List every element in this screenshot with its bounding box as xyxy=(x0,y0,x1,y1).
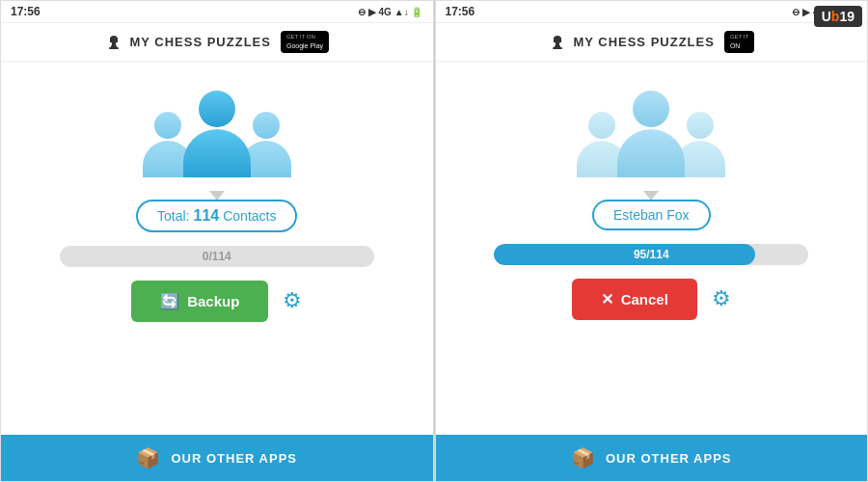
other-apps-bar-right[interactable]: 📦 OUR OTHER APPS xyxy=(436,435,868,481)
screen-content-right: Esteban Fox 95/114 ✕ Cancel ⚙ xyxy=(436,62,868,435)
status-bar-left: 17:56 ⊖ ▶ 4G ▲↓ 🔋 xyxy=(1,1,433,23)
app-header-left: MY CHESS PUZZLES GET IT ON Google Play xyxy=(1,23,433,62)
watermark-19: 19 xyxy=(839,9,854,24)
svg-rect-1 xyxy=(109,47,119,49)
status-bar-right: 17:56 ⊖ ▶ 4G ▲↓ 🔋 xyxy=(436,1,868,23)
chess-logo-left: MY CHESS PUZZLES xyxy=(104,32,271,51)
people-icon-left xyxy=(143,91,291,177)
battery-icon-left: ▲↓ 🔋 xyxy=(394,7,423,17)
contact-count-left: 114 xyxy=(194,207,220,225)
person-center-icon-right xyxy=(617,91,685,177)
svg-rect-10 xyxy=(554,38,556,42)
chess-title-left: MY CHESS PUZZLES xyxy=(129,35,271,49)
right-screen: Ub19 17:56 ⊖ ▶ 4G ▲↓ 🔋 M xyxy=(435,0,869,482)
contact-badge-left: Total: 114 Contacts xyxy=(136,200,297,232)
people-icon-right xyxy=(577,91,725,177)
other-apps-label-left: OUR OTHER APPS xyxy=(171,451,297,466)
svg-rect-5 xyxy=(116,38,118,42)
backup-icon: 🔄 xyxy=(160,292,179,310)
time-left: 17:56 xyxy=(11,5,41,18)
contact-suffix-left: Contacts xyxy=(223,208,276,224)
svg-rect-9 xyxy=(556,42,559,46)
signal-icon-right: ⊖ xyxy=(792,7,800,17)
cancel-label: Cancel xyxy=(621,291,668,308)
chess-logo-right: MY CHESS PUZZLES xyxy=(548,32,715,51)
buttons-row-right: ✕ Cancel ⚙ xyxy=(455,279,849,320)
apps-icon-right: 📦 xyxy=(571,446,596,469)
left-screen: 17:56 ⊖ ▶ 4G ▲↓ 🔋 MY CHESS PUZZLES xyxy=(0,0,434,482)
cancel-icon: ✕ xyxy=(601,290,613,308)
signal-icon-left: ⊖ xyxy=(358,7,366,17)
person-center-icon xyxy=(183,91,251,177)
progress-fill-right xyxy=(494,244,755,265)
other-apps-label-right: OUR OTHER APPS xyxy=(606,451,732,466)
contact-name-text: Esteban Fox xyxy=(613,207,690,223)
watermark-u: U xyxy=(822,9,831,24)
settings-button-right[interactable]: ⚙ xyxy=(712,286,731,311)
svg-rect-4 xyxy=(110,38,112,42)
screen-content-left: Total: 114 Contacts 0/114 🔄 Backup ⚙ xyxy=(1,62,433,435)
backup-label: Backup xyxy=(187,293,239,309)
progress-bar-left: 0/114 xyxy=(60,246,374,267)
backup-button[interactable]: 🔄 Backup xyxy=(131,281,268,322)
progress-text-left: 0/114 xyxy=(203,250,231,263)
settings-button-left[interactable]: ⚙ xyxy=(283,288,302,313)
app-header-right: MY CHESS PUZZLES GET IT ON xyxy=(436,23,868,62)
get-it-label-right: GET IT xyxy=(730,34,748,41)
svg-rect-7 xyxy=(553,47,562,49)
contact-prefix-left: Total: xyxy=(157,208,189,224)
network-icon-left: ▶ 4G xyxy=(368,7,392,17)
get-it-label-left: GET IT ON xyxy=(286,34,323,41)
settings-icon-left: ⚙ xyxy=(283,288,302,312)
svg-rect-11 xyxy=(559,38,561,42)
cancel-button[interactable]: ✕ Cancel xyxy=(572,279,697,320)
watermark: Ub19 xyxy=(814,6,862,27)
settings-icon-right: ⚙ xyxy=(712,286,731,310)
time-right: 17:56 xyxy=(446,5,475,18)
chess-title-right: MY CHESS PUZZLES xyxy=(573,35,715,49)
google-play-label-right: ON xyxy=(730,41,748,50)
progress-text-right: 95/114 xyxy=(634,248,669,261)
contact-name-badge: Esteban Fox xyxy=(592,200,711,230)
other-apps-bar-left[interactable]: 📦 OUR OTHER APPS xyxy=(1,435,433,481)
svg-rect-3 xyxy=(112,42,116,46)
chess-piece-icon-left xyxy=(104,32,123,51)
google-play-badge-left[interactable]: GET IT ON Google Play xyxy=(281,31,329,53)
google-play-badge-right[interactable]: GET IT ON xyxy=(724,31,754,53)
status-icons-left: ⊖ ▶ 4G ▲↓ 🔋 xyxy=(358,7,423,17)
buttons-row-left: 🔄 Backup ⚙ xyxy=(20,281,414,322)
google-play-label-left: Google Play xyxy=(286,41,323,50)
contact-pointer-right: Esteban Fox xyxy=(592,191,711,230)
apps-icon-left: 📦 xyxy=(136,446,161,469)
progress-bar-right: 95/114 xyxy=(494,244,808,265)
chess-piece-icon-right xyxy=(548,32,567,51)
contact-pointer-left: Total: 114 Contacts xyxy=(136,191,297,232)
